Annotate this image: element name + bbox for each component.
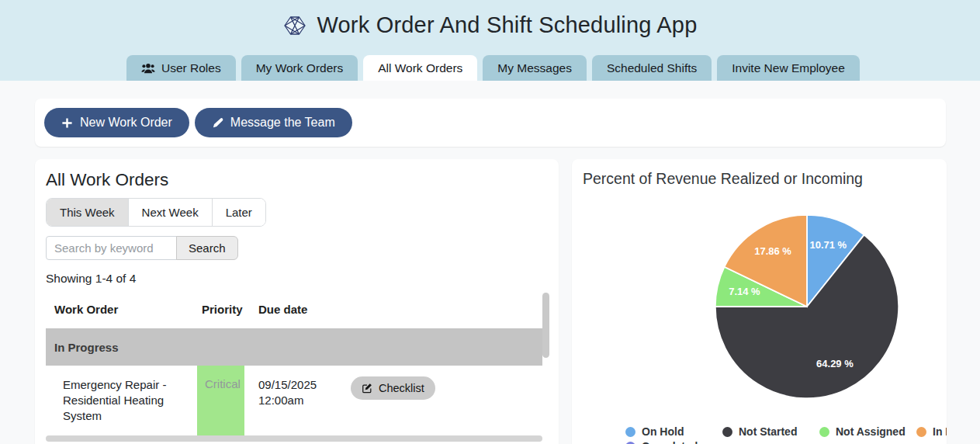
legend-dot (625, 442, 635, 444)
tab-label: Scheduled Shifts (607, 55, 697, 81)
legend-item-completed[interactable]: Completed (625, 440, 722, 444)
pie-chart-container: 10.71 %64.29 %7.14 %17.86 % (706, 206, 908, 408)
pie-chart: 10.71 %64.29 %7.14 %17.86 % (706, 206, 908, 408)
group-row-in-progress: In Progress (46, 328, 542, 366)
work-orders-panel: All Work Orders This Week Next Week Late… (35, 159, 559, 444)
button-label: Checklist (379, 382, 424, 394)
pie-slice-label: 17.86 % (754, 245, 791, 257)
message-team-button[interactable]: Message the Team (195, 108, 352, 137)
toolbar: New Work Order Message the Team (35, 99, 946, 147)
legend-item-not-assigned[interactable]: Not Assigned (819, 425, 916, 438)
tab-scheduled-shifts[interactable]: Scheduled Shifts (592, 55, 712, 81)
tab-label: User Roles (161, 55, 221, 81)
legend-item-not-started[interactable]: Not Started (722, 425, 819, 438)
column-work-order: Work Order (46, 303, 197, 316)
page-title: Work Order And Shift Scheduling App (317, 12, 697, 38)
button-label: New Work Order (80, 116, 172, 130)
pie-slice-label: 64.29 % (816, 358, 854, 369)
users-icon (141, 63, 155, 74)
horizontal-scrollbar[interactable] (46, 435, 542, 442)
work-order-row[interactable]: Emergency Repair - Residential Heating S… (46, 366, 542, 435)
search-button[interactable]: Search (176, 236, 238, 260)
column-priority: Priority (197, 303, 244, 316)
search-input[interactable] (46, 236, 177, 260)
due-date: 09/15/2025 12:00am (244, 366, 351, 435)
tab-user-roles[interactable]: User Roles (126, 55, 236, 81)
tab-invite-new-employee[interactable]: Invite New Employee (717, 55, 860, 81)
table-header: Work Order Priority Due date (46, 298, 542, 328)
week-filter-group: This Week Next Week Later (46, 198, 266, 227)
plus-icon (61, 117, 73, 129)
work-orders-table: Work Order Priority Due date In Progress… (46, 298, 542, 442)
search-row: Search (46, 236, 549, 260)
priority-badge: Critical (197, 366, 244, 435)
legend-dot (625, 427, 635, 437)
button-label: Message the Team (230, 116, 335, 130)
legend-dot (819, 427, 829, 437)
chart-legend: On Hold Not Started Not Assigned In Prog… (625, 425, 947, 444)
revenue-chart-panel: Percent of Revenue Realized or Incoming … (572, 159, 947, 444)
main-tabs: User Roles My Work Orders All Work Order… (126, 55, 860, 81)
panel-title: All Work Orders (46, 170, 549, 190)
work-order-title: Emergency Repair - Residential Heating S… (46, 366, 197, 435)
app-header: Work Order And Shift Scheduling App User… (0, 0, 980, 81)
pie-slice-label: 7.14 % (729, 286, 760, 297)
filter-this-week[interactable]: This Week (47, 199, 128, 226)
vertical-scrollbar-thumb[interactable] (542, 293, 549, 358)
tab-my-messages[interactable]: My Messages (483, 55, 587, 81)
legend-item-in-progress[interactable]: In Progress (916, 425, 947, 438)
tab-label: My Work Orders (256, 55, 344, 81)
filter-later[interactable]: Later (212, 199, 265, 226)
column-due-date: Due date (244, 303, 351, 316)
pie-slice-label: 10.71 % (809, 239, 847, 251)
results-count: Showing 1-4 of 4 (46, 272, 549, 286)
tab-all-work-orders[interactable]: All Work Orders (363, 55, 477, 81)
tab-label: Invite New Employee (732, 55, 845, 81)
group-label: In Progress (46, 341, 119, 354)
title-row: Work Order And Shift Scheduling App (0, 0, 980, 38)
edit-square-icon (362, 383, 372, 394)
chart-title: Percent of Revenue Realized or Incoming (583, 170, 936, 188)
legend-dot (722, 427, 732, 437)
tab-label: All Work Orders (378, 55, 462, 81)
new-work-order-button[interactable]: New Work Order (44, 108, 189, 137)
gem-icon (282, 13, 307, 38)
tab-label: My Messages (497, 55, 572, 81)
filter-next-week[interactable]: Next Week (128, 199, 212, 226)
pencil-icon (212, 117, 223, 129)
tab-my-work-orders[interactable]: My Work Orders (241, 55, 358, 81)
checklist-button[interactable]: Checklist (351, 376, 435, 400)
legend-item-on-hold[interactable]: On Hold (625, 425, 722, 438)
legend-dot (916, 427, 926, 437)
